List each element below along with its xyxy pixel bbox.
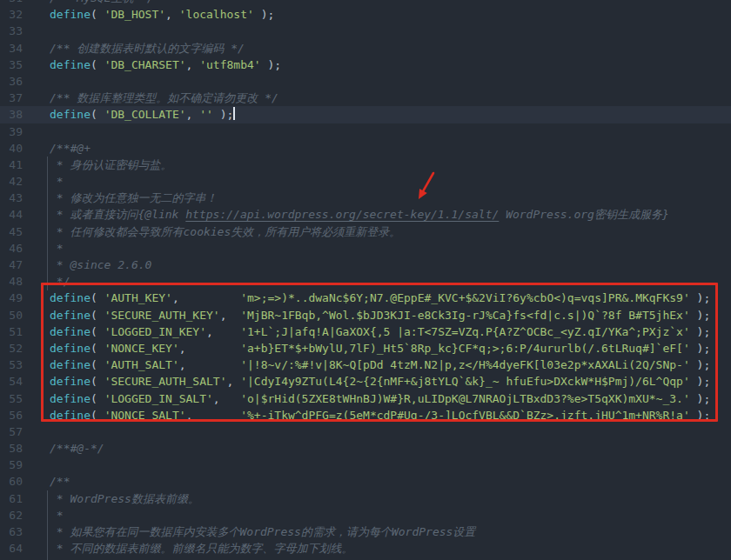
line-number: 40 (0, 140, 35, 157)
code-text[interactable]: define( 'DB_HOST', 'localhost' ); (35, 6, 731, 23)
code-line-56[interactable]: 56define( 'NONCE_SALT', '%+-iTkw^dPFG=z(… (0, 407, 731, 423)
code-line-48[interactable]: 48 */ (0, 273, 731, 290)
code-text[interactable]: * 任何修改都会导致所有cookies失效，所有用户将必须重新登录。 (35, 223, 731, 240)
code-line-39[interactable]: 39 (0, 123, 731, 140)
line-number: 35 (0, 57, 35, 73)
code-text[interactable]: define( 'SECURE_AUTH_KEY', 'MjBR~1FBqb,^… (35, 307, 731, 323)
code-line-61[interactable]: 61 * WordPress数据表前缀。 (0, 490, 731, 507)
code-line-64[interactable]: 64 * 不同的数据表前缀。前缀名只能为数字、字母加下划线。 (0, 540, 731, 557)
code-text[interactable] (35, 23, 731, 39)
code-line-53[interactable]: 53define( 'AUTH_SALT', '|!8~v/:%#!v|8K~Q… (0, 357, 731, 373)
code-line-49[interactable]: 49define( 'AUTH_KEY', 'm>;=>)*..dwaNc$6Y… (0, 290, 731, 306)
code-line-51[interactable]: 51define( 'LOGGED_IN_KEY', '1+L`;J|afq!A… (0, 323, 731, 340)
code-line-60[interactable]: 60/** (0, 473, 731, 490)
code-text[interactable]: /** 数据库整理类型。如不确定请勿更改 */ (35, 90, 731, 106)
code-line-41[interactable]: 41 * 身份认证密钥与盐。 (0, 157, 731, 173)
code-text[interactable]: */ (35, 557, 731, 560)
code-line-62[interactable]: 62 * (0, 507, 731, 523)
code-text[interactable]: * 修改为任意独一无二的字串！ (35, 190, 731, 206)
code-line-42[interactable]: 42 * (0, 173, 731, 190)
code-text[interactable]: */ (35, 273, 731, 290)
line-number: 43 (0, 190, 35, 206)
code-text[interactable]: define( 'LOGGED_IN_SALT', 'o|$rHid(5ZXE8… (35, 390, 731, 407)
code-line-33[interactable]: 33 (0, 23, 731, 39)
code-text[interactable]: define( 'NONCE_KEY', 'a+b}ET*$+bWylU,7lF… (35, 340, 731, 357)
code-text[interactable]: define( 'AUTH_SALT', '|!8~v/:%#!v|8K~Q[p… (35, 357, 731, 373)
code-line-34[interactable]: 34/** 创建数据表时默认的文字编码 */ (0, 40, 731, 57)
code-text[interactable]: * @since 2.6.0 (35, 257, 731, 273)
line-number: 37 (0, 90, 35, 106)
code-text[interactable]: * (35, 240, 731, 257)
code-line-38[interactable]: 38define( 'DB_COLLATE', '' ); (0, 106, 731, 123)
line-number: 51 (0, 323, 35, 340)
line-number: 58 (0, 440, 35, 457)
code-text[interactable]: * 不同的数据表前缀。前缀名只能为数字、字母加下划线。 (35, 540, 731, 557)
code-text[interactable]: * (35, 173, 731, 190)
line-number: 53 (0, 357, 35, 373)
code-line-54[interactable]: 54define( 'SECURE_AUTH_SALT', '|CdyI4y9Z… (0, 373, 731, 390)
code-text[interactable]: * WordPress数据表前缀。 (35, 490, 731, 507)
line-number: 56 (0, 407, 35, 423)
code-text[interactable]: /** (35, 473, 731, 490)
line-number: 57 (0, 423, 35, 440)
line-number: 47 (0, 257, 35, 273)
code-line-46[interactable]: 46 * (0, 240, 731, 257)
code-line-52[interactable]: 52define( 'NONCE_KEY', 'a+b}ET*$+bWylU,7… (0, 340, 731, 357)
code-text[interactable]: define( 'DB_COLLATE', '' ); (35, 106, 731, 123)
code-line-37[interactable]: 37/** 数据库整理类型。如不确定请勿更改 */ (0, 90, 731, 106)
line-number: 63 (0, 523, 35, 540)
code-line-40[interactable]: 40/**#@+ (0, 140, 731, 157)
line-number: 50 (0, 307, 35, 323)
line-number: 48 (0, 273, 35, 290)
code-line-59[interactable]: 59 (0, 457, 731, 473)
line-number: 38 (0, 106, 35, 123)
code-text[interactable]: * 或者直接访问{@link https://api.wordpress.org… (35, 206, 731, 223)
line-number: 33 (0, 23, 35, 39)
code-line-35[interactable]: 35define( 'DB_CHARSET', 'utf8mb4' ); (0, 57, 731, 73)
code-line-45[interactable]: 45 * 任何修改都会导致所有cookies失效，所有用户将必须重新登录。 (0, 223, 731, 240)
code-text[interactable]: define( 'AUTH_KEY', 'm>;=>)*..dwaNc$6Y;N… (35, 290, 731, 306)
code-text[interactable]: * 如果您有在同一数据库内安装多个WordPress的需求，请为每个WordPr… (35, 523, 731, 540)
line-number: 60 (0, 473, 35, 490)
code-text[interactable]: define( 'DB_CHARSET', 'utf8mb4' ); (35, 57, 731, 73)
line-number: 39 (0, 123, 35, 140)
code-text[interactable] (35, 423, 731, 440)
line-number: 49 (0, 290, 35, 306)
line-number: 64 (0, 540, 35, 557)
code-text[interactable]: * 身份认证密钥与盐。 (35, 157, 731, 173)
code-text[interactable] (35, 457, 731, 473)
code-text[interactable] (35, 73, 731, 90)
line-number: 54 (0, 373, 35, 390)
line-number: 31 (0, 0, 35, 6)
line-number: 61 (0, 490, 35, 507)
code-text[interactable]: define( 'NONCE_SALT', '%+-iTkw^dPFG=z(5e… (35, 407, 731, 423)
code-editor[interactable]: 31/** MySQL主机 */32define( 'DB_HOST', 'lo… (0, 0, 731, 560)
line-number: 55 (0, 390, 35, 407)
code-text[interactable]: * (35, 507, 731, 523)
code-line-31[interactable]: 31/** MySQL主机 */ (0, 0, 731, 6)
code-line-57[interactable]: 57 (0, 423, 731, 440)
code-text[interactable]: define( 'SECURE_AUTH_SALT', '|CdyI4y9ZTu… (35, 373, 731, 390)
code-line-58[interactable]: 58/**#@-*/ (0, 440, 731, 457)
code-line-50[interactable]: 50define( 'SECURE_AUTH_KEY', 'MjBR~1FBqb… (0, 307, 731, 323)
line-number: 44 (0, 206, 35, 223)
line-number: 65 (0, 557, 35, 560)
code-line-44[interactable]: 44 * 或者直接访问{@link https://api.wordpress.… (0, 206, 731, 223)
code-line-43[interactable]: 43 * 修改为任意独一无二的字串！ (0, 190, 731, 206)
line-number: 36 (0, 73, 35, 90)
line-number: 32 (0, 6, 35, 23)
line-number: 34 (0, 40, 35, 57)
code-text[interactable]: /** MySQL主机 */ (35, 0, 731, 6)
code-line-55[interactable]: 55define( 'LOGGED_IN_SALT', 'o|$rHid(5ZX… (0, 390, 731, 407)
code-text[interactable] (35, 123, 731, 140)
code-text[interactable]: define( 'LOGGED_IN_KEY', '1+L`;J|afq!A|G… (35, 323, 731, 340)
code-line-32[interactable]: 32define( 'DB_HOST', 'localhost' ); (0, 6, 731, 23)
code-text[interactable]: /** 创建数据表时默认的文字编码 */ (35, 40, 731, 57)
code-text[interactable]: /**#@+ (35, 140, 731, 157)
code-line-63[interactable]: 63 * 如果您有在同一数据库内安装多个WordPress的需求，请为每个Wor… (0, 523, 731, 540)
code-line-47[interactable]: 47 * @since 2.6.0 (0, 257, 731, 273)
code-line-65[interactable]: 65 */ (0, 557, 731, 560)
line-number: 59 (0, 457, 35, 473)
code-line-36[interactable]: 36 (0, 73, 731, 90)
code-text[interactable]: /**#@-*/ (35, 440, 731, 457)
